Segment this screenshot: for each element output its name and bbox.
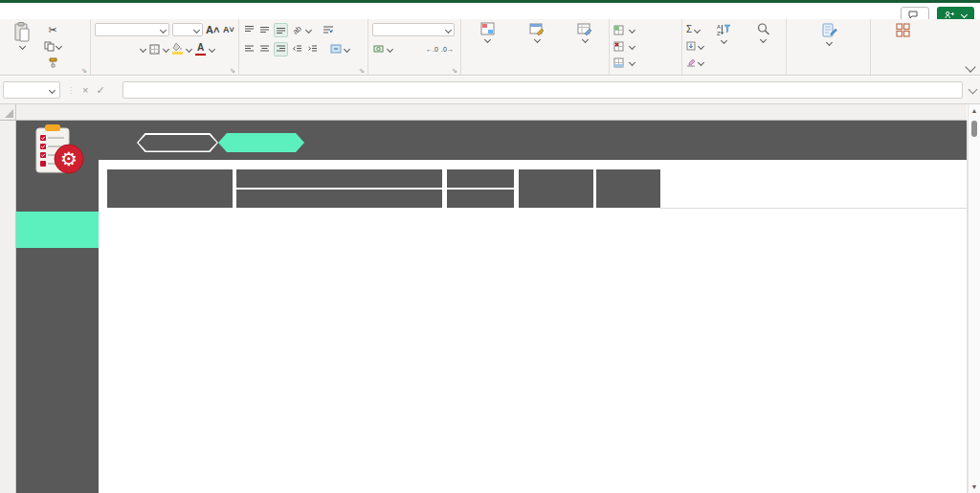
increase-font-button[interactable]: A˄ bbox=[206, 24, 219, 36]
font-size-caret-icon bbox=[193, 26, 200, 33]
tab-5w[interactable] bbox=[137, 133, 218, 152]
row-divider-line bbox=[660, 208, 967, 209]
find-select-caret-icon bbox=[760, 36, 767, 43]
percent-button[interactable] bbox=[395, 43, 408, 56]
decrease-font-button[interactable]: A˅ bbox=[222, 24, 234, 36]
font-dialog-launcher[interactable]: ⇘ bbox=[230, 67, 236, 74]
header-how[interactable] bbox=[236, 169, 442, 188]
format-as-table-button[interactable] bbox=[515, 22, 561, 42]
scroll-up-icon[interactable]: ▲ bbox=[969, 107, 980, 114]
sort-filter-icon: AZ bbox=[716, 22, 731, 37]
formula-input[interactable] bbox=[122, 81, 963, 99]
addins-button[interactable] bbox=[875, 22, 930, 39]
bold-button[interactable] bbox=[95, 43, 107, 56]
paste-button[interactable] bbox=[4, 22, 40, 70]
insert-cells-icon bbox=[613, 25, 624, 35]
borders-icon bbox=[149, 44, 160, 55]
align-left-button[interactable] bbox=[243, 43, 256, 56]
comma-style-button[interactable] bbox=[411, 43, 423, 56]
ribbon-group-clipboard: ✂ ⇘ bbox=[0, 19, 91, 75]
header-plano-de-acao[interactable] bbox=[107, 169, 233, 208]
header-status[interactable] bbox=[596, 169, 660, 208]
decrease-decimal-button[interactable]: .0→ bbox=[441, 43, 454, 56]
format-caret-icon bbox=[629, 58, 635, 65]
collapse-ribbon-icon[interactable] bbox=[965, 61, 975, 72]
header-data-maxima[interactable] bbox=[519, 169, 593, 208]
insert-cells-button[interactable] bbox=[613, 23, 679, 36]
font-size-combo[interactable] bbox=[172, 23, 203, 36]
confirm-entry-icon[interactable]: ✓ bbox=[96, 84, 104, 97]
align-bottom-button[interactable] bbox=[274, 23, 288, 37]
number-format-combo[interactable] bbox=[372, 23, 455, 36]
font-name-caret-icon bbox=[160, 26, 167, 33]
name-box-caret-icon bbox=[49, 86, 56, 93]
sidebar-active-highlight bbox=[16, 212, 99, 248]
underline-button[interactable] bbox=[125, 43, 138, 56]
find-select-button[interactable] bbox=[745, 22, 783, 63]
orientation-caret-icon bbox=[305, 26, 312, 33]
share-icon bbox=[945, 11, 954, 19]
format-as-table-icon bbox=[529, 22, 545, 36]
font-color-button[interactable]: A bbox=[194, 43, 207, 56]
align-middle-button[interactable] bbox=[258, 24, 271, 36]
format-cells-button[interactable] bbox=[613, 56, 679, 69]
share-caret-icon bbox=[961, 11, 968, 17]
decrease-indent-button[interactable] bbox=[291, 43, 303, 56]
paste-icon bbox=[13, 22, 31, 43]
sensitivity-caret-icon bbox=[825, 39, 832, 46]
font-color-caret-icon bbox=[209, 45, 215, 52]
orientation-button[interactable]: ab bbox=[288, 21, 305, 38]
format-painter-button[interactable] bbox=[44, 56, 61, 69]
accounting-format-button[interactable] bbox=[372, 43, 385, 56]
fill-color-button[interactable] bbox=[171, 43, 184, 56]
tab-2h[interactable] bbox=[218, 133, 304, 152]
borders-caret-icon bbox=[163, 45, 169, 52]
cell-styles-button[interactable] bbox=[564, 22, 606, 42]
align-top-button[interactable] bbox=[243, 24, 256, 36]
wrap-text-button[interactable] bbox=[322, 24, 334, 36]
copy-button[interactable] bbox=[44, 40, 61, 53]
sensitivity-button[interactable] bbox=[791, 22, 867, 45]
alignment-dialog-launcher[interactable]: ⇘ bbox=[359, 67, 366, 74]
fill-button[interactable] bbox=[686, 39, 703, 53]
sort-filter-button[interactable]: AZ bbox=[705, 22, 743, 63]
expand-formula-bar-icon[interactable] bbox=[969, 85, 978, 95]
font-name-combo[interactable] bbox=[95, 23, 169, 36]
sort-filter-caret-icon bbox=[721, 37, 727, 44]
scrollbar-thumb[interactable] bbox=[971, 121, 977, 137]
clear-icon bbox=[686, 57, 696, 67]
merge-center-button[interactable] bbox=[329, 43, 342, 56]
align-right-button[interactable] bbox=[274, 42, 288, 56]
select-all-corner[interactable] bbox=[0, 104, 16, 120]
ribbon: ✂ ⇘ A˄ A˅ bbox=[0, 19, 980, 76]
number-dialog-launcher[interactable]: ⇘ bbox=[452, 67, 458, 74]
clipboard-dialog-launcher[interactable]: ⇘ bbox=[81, 67, 88, 74]
clear-button[interactable] bbox=[686, 56, 703, 69]
cancel-entry-icon[interactable]: × bbox=[82, 84, 88, 96]
header-quanto-custa[interactable] bbox=[447, 190, 514, 208]
autosum-button[interactable]: Σ bbox=[686, 23, 703, 36]
svg-text:A: A bbox=[717, 24, 721, 30]
conditional-formatting-button[interactable] bbox=[465, 22, 511, 42]
paste-caret-icon bbox=[18, 43, 25, 50]
vertical-scrollbar[interactable]: ▲ ▼ bbox=[968, 104, 980, 493]
ribbon-group-alignment: ab ⇘ bbox=[239, 19, 368, 75]
menu-bar bbox=[0, 3, 980, 19]
ribbon-group-number: ←.0 .0→ ⇘ bbox=[368, 19, 461, 75]
header-how-much[interactable] bbox=[447, 169, 514, 188]
align-center-button[interactable] bbox=[258, 43, 271, 56]
cut-button[interactable]: ✂ bbox=[44, 23, 61, 35]
name-box[interactable] bbox=[3, 81, 60, 99]
align-middle-icon bbox=[259, 25, 270, 34]
borders-button[interactable] bbox=[148, 43, 161, 56]
increase-indent-button[interactable] bbox=[306, 43, 319, 56]
italic-button[interactable] bbox=[110, 43, 122, 56]
underline-caret-icon bbox=[140, 45, 146, 52]
increase-decimal-button[interactable]: ←.0 bbox=[426, 43, 438, 56]
scroll-down-icon[interactable]: ▼ bbox=[969, 483, 980, 490]
delete-cells-icon bbox=[613, 41, 624, 52]
conditional-formatting-caret-icon bbox=[484, 36, 491, 43]
delete-cells-button[interactable] bbox=[613, 39, 679, 53]
accounting-icon bbox=[373, 44, 384, 55]
header-como-sera-feito[interactable] bbox=[236, 190, 442, 208]
